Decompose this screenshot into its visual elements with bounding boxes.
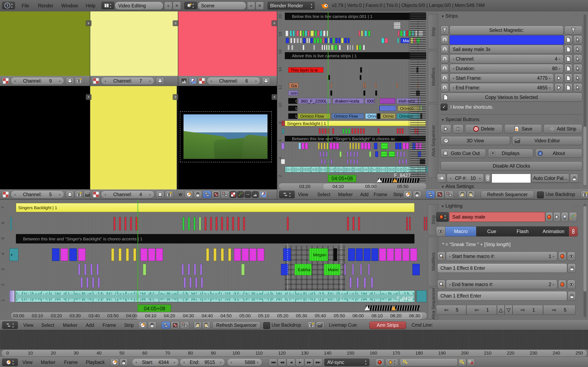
cursor-button[interactable]	[573, 74, 582, 83]
strip[interactable]	[243, 217, 245, 230]
strip[interactable]	[400, 31, 402, 36]
strip[interactable]	[357, 151, 358, 157]
ghost-button[interactable]	[262, 77, 270, 85]
strip[interactable]	[293, 31, 295, 36]
strip[interactable]	[375, 151, 378, 157]
strip[interactable]	[324, 159, 326, 164]
strip[interactable]	[326, 45, 328, 50]
strip-draken-icela[interactable]: draken+icela	[333, 98, 364, 104]
strip[interactable]	[125, 217, 126, 230]
lock-button[interactable]	[194, 191, 202, 198]
strip[interactable]	[296, 31, 299, 36]
strip[interactable]	[381, 143, 388, 149]
layout-delete-button[interactable]: ✕	[173, 2, 181, 10]
play-reverse-button[interactable]: ◀	[287, 359, 295, 366]
paper-button[interactable]	[564, 35, 572, 44]
strip[interactable]	[311, 38, 313, 43]
strip[interactable]	[194, 217, 195, 230]
strip[interactable]	[194, 264, 196, 275]
video-editor-button[interactable]: Video Editor	[512, 136, 582, 145]
channel-field[interactable]: ◂Channel:5▸	[11, 191, 64, 198]
strip[interactable]	[214, 248, 216, 261]
strip-between-this-line-and-singer-s-backlight-is-choreo-ac[interactable]: Between this line and "Singer's Backligh…	[285, 136, 426, 142]
strip[interactable]	[360, 264, 362, 275]
mid-menu-strip[interactable]: Strip	[392, 190, 404, 200]
strip[interactable]	[317, 38, 319, 43]
strip-l000[interactable]: l000	[365, 98, 375, 104]
bot-menu-strip[interactable]: Strip	[123, 320, 135, 330]
eye-toggle[interactable]	[436, 226, 445, 236]
jump-back-5-button[interactable]: ⇦5	[436, 305, 466, 315]
channel-field[interactable]: ◂Channel:4▸	[101, 191, 154, 198]
strip[interactable]	[377, 113, 380, 119]
fcurve-button[interactable]	[569, 212, 577, 222]
strip[interactable]	[234, 248, 241, 261]
strip[interactable]	[365, 83, 366, 88]
lock-button[interactable]	[148, 321, 156, 329]
chain-broken-red[interactable]	[569, 226, 578, 236]
strip[interactable]	[347, 217, 349, 230]
strip-360-f-2200l[interactable]: 360_F_2200L	[298, 98, 331, 104]
tab-modifiers[interactable]: Modifiers	[428, 51, 439, 102]
strip[interactable]	[412, 264, 420, 275]
strip-singers-backlight-1[interactable]: Singers Backlight | 1	[285, 121, 426, 126]
magnet-button[interactable]	[441, 64, 449, 73]
strip[interactable]	[305, 143, 308, 149]
strip[interactable]	[303, 45, 304, 50]
strip[interactable]	[92, 277, 94, 288]
strip[interactable]	[286, 38, 289, 43]
strip[interactable]	[354, 151, 355, 157]
strip[interactable]	[398, 31, 399, 36]
strip[interactable]	[347, 159, 348, 164]
strip-orini[interactable]: Orini	[365, 113, 376, 119]
strip[interactable]	[318, 143, 320, 149]
preview-channel-5[interactable]	[0, 86, 90, 189]
camera-button[interactable]	[75, 77, 83, 85]
strip[interactable]	[346, 128, 347, 134]
strip-orinico-flow[interactable]: Orinico Flow	[298, 113, 330, 119]
strip[interactable]	[397, 83, 398, 88]
pause-button[interactable]	[453, 124, 463, 133]
strip[interactable]	[314, 38, 316, 43]
hand-button[interactable]	[568, 263, 576, 273]
strip[interactable]	[290, 38, 292, 43]
strip[interactable]	[303, 38, 306, 43]
active-keying-set-field[interactable]	[400, 359, 458, 366]
editor-type-info-icon[interactable]: i ▴▾	[2, 2, 15, 9]
select-magnetic-field[interactable]: Select Magnetic:	[450, 26, 563, 35]
strip-orinic[interactable]: Orinic	[380, 113, 396, 119]
strip[interactable]	[348, 128, 350, 134]
region-expand-plus-icon[interactable]: +	[173, 94, 178, 100]
strip[interactable]	[347, 45, 348, 50]
strip[interactable]	[257, 248, 264, 261]
save-button[interactable]: Save	[504, 124, 542, 133]
strip[interactable]	[320, 151, 321, 157]
bot-playhead[interactable]	[138, 200, 138, 311]
value-field-duration[interactable]: ◂Duration:80▸	[450, 64, 563, 73]
clock-button[interactable]	[110, 359, 119, 366]
strip[interactable]	[331, 83, 332, 88]
camera-button[interactable]	[75, 191, 83, 198]
strip[interactable]	[323, 31, 325, 36]
strip-between-this-line-and-singer-s-backlight-is-choreo-accents-1[interactable]: Between this line and "Singer's Backligh…	[16, 234, 415, 243]
editor-type-sequencer-icon[interactable]: ▴▾	[279, 191, 295, 198]
strip[interactable]	[242, 248, 249, 261]
special-drag-dots[interactable]: ::::	[574, 117, 579, 122]
strip[interactable]	[399, 128, 401, 134]
checker-button[interactable]	[2, 77, 10, 85]
strip[interactable]	[323, 38, 324, 43]
strip[interactable]	[61, 248, 68, 261]
strip[interactable]	[424, 217, 425, 230]
strip[interactable]	[350, 45, 351, 50]
strip-eabha[interactable]: Eabha	[295, 264, 311, 275]
strip[interactable]	[190, 277, 191, 288]
clock-button[interactable]	[403, 191, 412, 198]
strip[interactable]	[238, 217, 240, 230]
chan-effect-8-field[interactable]: Chan 1 Effect 8 Enter	[437, 263, 567, 273]
backdrop-checkbox[interactable]	[537, 192, 544, 198]
shortcuts-checkbox[interactable]: ✓	[441, 104, 448, 110]
checker-button[interactable]	[198, 77, 206, 85]
copy-button[interactable]	[458, 191, 466, 198]
strip[interactable]	[250, 248, 256, 261]
cursor-button[interactable]	[573, 35, 582, 44]
